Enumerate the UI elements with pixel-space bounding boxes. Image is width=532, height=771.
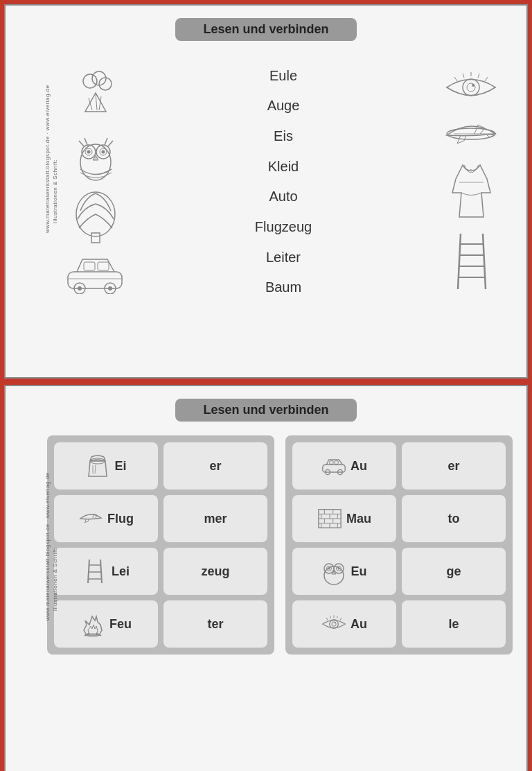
bottom-grid: Ei er Flug me <box>47 435 513 655</box>
tile-au-eye-text: Au <box>351 617 367 632</box>
tile-ge: ge <box>402 548 506 595</box>
left-images-column <box>47 55 144 308</box>
wall-icon <box>317 506 342 531</box>
svg-rect-16 <box>91 233 100 243</box>
svg-rect-18 <box>84 262 95 270</box>
owl-icon-left <box>73 131 118 183</box>
tile-le: le <box>402 600 506 648</box>
tile-ter-text: ter <box>207 617 223 632</box>
left-half-grid: Ei er Flug me <box>47 435 274 655</box>
svg-rect-17 <box>68 272 122 288</box>
top-content-area: Eule Auge Eis Kleid Auto Flugzeug Leiter… <box>6 48 526 322</box>
svg-point-21 <box>78 286 82 291</box>
tile-to-text: to <box>448 512 460 526</box>
svg-rect-57 <box>335 461 338 465</box>
car-small-icon <box>321 453 346 478</box>
tile-er-1-text: er <box>209 459 221 474</box>
tile-ei: Ei <box>54 442 158 490</box>
tile-mer: mer <box>163 495 267 542</box>
tile-lei: Lei <box>54 548 158 595</box>
svg-point-79 <box>328 568 330 570</box>
svg-line-29 <box>463 73 464 78</box>
tile-mer-text: mer <box>204 512 227 526</box>
svg-point-80 <box>338 568 340 570</box>
car-icon-left <box>64 252 127 294</box>
svg-line-85 <box>326 618 328 621</box>
owl-small-icon <box>321 559 346 584</box>
svg-rect-55 <box>323 465 345 472</box>
tile-au-car-text: Au <box>351 459 367 474</box>
svg-point-12 <box>87 150 90 154</box>
ladder-small-icon <box>82 559 107 584</box>
tile-le-text: le <box>448 617 459 632</box>
airplane-icon-right <box>440 114 502 153</box>
svg-line-28 <box>454 77 457 81</box>
watermark-top: www.materialwerkstatt.blogspot.de · www.… <box>44 150 59 233</box>
word-eule: Eule <box>269 63 297 88</box>
svg-point-25 <box>463 79 479 96</box>
svg-point-0 <box>83 74 97 88</box>
tree-icon-left <box>73 190 118 245</box>
tile-feu-text: Feu <box>109 617 132 632</box>
tile-to: to <box>402 495 506 542</box>
word-leiter: Leiter <box>266 245 301 270</box>
word-auto: Auto <box>269 184 297 209</box>
tile-er-2-text: er <box>447 459 459 474</box>
ladder-icon-right <box>452 230 490 293</box>
word-auge: Auge <box>267 93 300 118</box>
tile-zeug-text: zeug <box>201 564 229 579</box>
svg-point-82 <box>330 620 339 629</box>
svg-line-31 <box>478 73 479 78</box>
tile-feu: Feu <box>54 600 158 648</box>
tile-zeug: zeug <box>163 548 267 595</box>
top-panel: www.materialwerkstatt.blogspot.de · www.… <box>4 4 528 379</box>
svg-line-36 <box>458 234 461 289</box>
tile-ei-text: Ei <box>114 459 126 474</box>
svg-line-88 <box>337 616 338 618</box>
svg-line-48 <box>100 560 102 583</box>
airplane-small-icon <box>78 506 103 531</box>
eye-small-icon <box>321 612 346 636</box>
center-words-column: Eule Auge Eis Kleid Auto Flugzeug Leiter… <box>144 55 423 308</box>
dress-icon-right <box>449 162 494 220</box>
bucket-icon <box>85 453 110 478</box>
tile-au-car: Au <box>292 442 396 490</box>
svg-point-23 <box>108 286 112 291</box>
tile-flug-text: Flug <box>107 512 134 526</box>
tile-er-1: er <box>163 442 267 490</box>
svg-line-47 <box>88 560 89 583</box>
svg-point-84 <box>335 622 336 623</box>
svg-line-37 <box>483 234 486 289</box>
svg-line-89 <box>340 618 342 621</box>
svg-rect-19 <box>98 262 109 270</box>
bottom-content-area: Ei er Flug me <box>6 428 526 668</box>
bottom-title: Lesen und verbinden <box>175 399 356 422</box>
svg-rect-56 <box>330 461 333 465</box>
tile-er-2: er <box>402 442 506 490</box>
tile-lei-text: Lei <box>112 564 130 579</box>
svg-point-13 <box>101 150 105 154</box>
word-eis: Eis <box>274 123 293 148</box>
tile-ter: ter <box>163 600 267 648</box>
tile-eu: Eu <box>292 548 396 595</box>
tile-ge-text: ge <box>446 564 461 579</box>
svg-point-27 <box>472 84 475 87</box>
tile-mau-text: Mau <box>346 512 371 526</box>
top-title: Lesen und verbinden <box>175 18 356 41</box>
right-half-grid: Au er <box>285 435 513 655</box>
right-images-column <box>423 55 520 308</box>
svg-line-86 <box>330 616 331 618</box>
fire-icon <box>80 612 105 636</box>
bottom-panel: www.materialwerkstatt.blogspot.de · www.… <box>4 385 528 771</box>
tile-au-eye: Au <box>292 600 396 648</box>
svg-point-2 <box>99 78 112 90</box>
ice-cream-icon <box>75 69 116 124</box>
word-flugzeug: Flugzeug <box>255 214 312 239</box>
svg-line-46 <box>95 465 96 474</box>
word-baum: Baum <box>265 275 301 300</box>
watermark-bottom: www.materialwerkstatt.blogspot.de · www.… <box>44 537 59 621</box>
eye-icon-right <box>443 70 499 105</box>
tile-flug: Flug <box>54 495 158 542</box>
word-kleid: Kleid <box>268 154 299 179</box>
tile-eu-text: Eu <box>351 564 366 579</box>
